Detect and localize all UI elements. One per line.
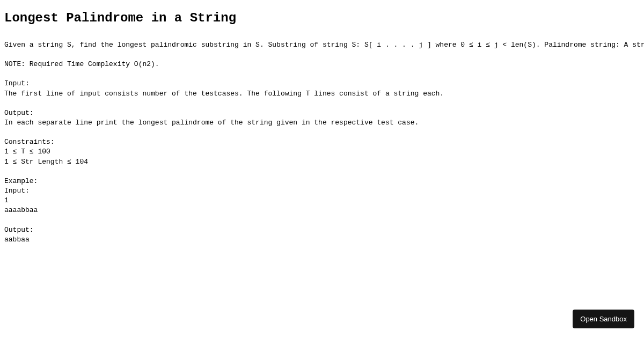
problem-description: Given a string S, find the longest palin… xyxy=(4,40,640,50)
page-title: Longest Palindrome in a String xyxy=(4,11,640,25)
open-sandbox-button[interactable]: Open Sandbox xyxy=(573,310,634,328)
note-text: NOTE: Required Time Complexity O(n2). xyxy=(4,60,640,69)
output-section: Output: In each separate line print the … xyxy=(4,108,640,128)
input-section: Input: The first line of input consists … xyxy=(4,79,640,98)
constraints-section: Constraints: 1 ≤ T ≤ 100 1 ≤ Str Length … xyxy=(4,137,640,167)
example-section: Example: Input: 1 aaaabbaa Output: aabba… xyxy=(4,177,640,245)
